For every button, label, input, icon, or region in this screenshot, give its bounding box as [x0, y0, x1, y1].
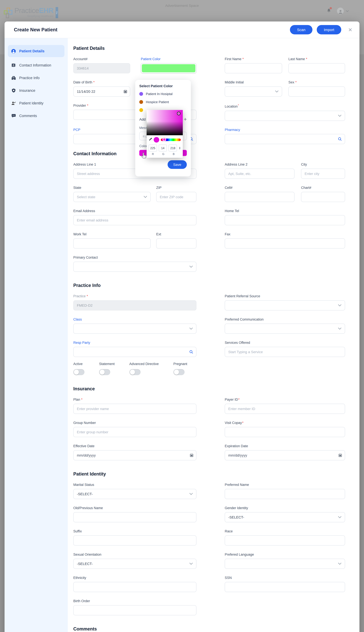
field-primary-contact: Primary Contact [73, 256, 196, 272]
first-name-input[interactable] [225, 63, 282, 73]
resp-party-search-input[interactable] [73, 347, 196, 357]
cell-input[interactable] [225, 192, 294, 202]
create-new-patient-modal: Create New Patient Scan Import ✕ Patient… [4, 22, 360, 632]
pregnant-toggle[interactable] [174, 369, 184, 375]
sidebar-item-contact-information[interactable]: Contact Information [8, 59, 64, 71]
state-select[interactable]: Select state [73, 192, 151, 202]
last-name-input[interactable] [288, 63, 345, 73]
marital-status-select[interactable]: -SELECT- [73, 489, 196, 499]
hue-slider[interactable] [161, 138, 181, 141]
saturation-gradient[interactable] [146, 110, 183, 135]
plus-icon[interactable]: + [184, 116, 187, 122]
preferred-communication-select[interactable] [225, 324, 345, 334]
patient-referral-source-select[interactable] [225, 300, 345, 310]
pharmacy-search-input[interactable] [225, 134, 345, 144]
location-select[interactable] [225, 110, 345, 121]
sidebar-item-practice-info[interactable]: Practice Info [8, 72, 64, 84]
sidebar-item-label: Practice Info [19, 76, 40, 80]
class-select[interactable] [73, 324, 196, 334]
sidebar-item-insurance[interactable]: Insurance [8, 84, 64, 96]
notification-dot [330, 7, 332, 9]
color-option-hospice-patient[interactable]: Hospice Patient [139, 100, 187, 104]
green-label: G [159, 152, 168, 156]
close-icon[interactable]: ✕ [348, 27, 352, 32]
toggle-advanced-directive: Advanced Directive [129, 362, 159, 375]
section-heading-patient-identity: Patient Identity [73, 471, 345, 477]
hue-slider-thumb[interactable] [162, 138, 166, 141]
field-visit-copay: Visit Copay* [225, 421, 345, 437]
effective-date-input[interactable]: mm/dd/yyyy [73, 450, 196, 460]
ssn-input[interactable] [225, 582, 345, 592]
advanced-directive-toggle[interactable] [129, 369, 140, 375]
birth-order-input[interactable] [73, 605, 196, 615]
old-previous-name-input[interactable] [73, 512, 196, 522]
prefered-language-select[interactable] [225, 558, 345, 569]
calendar-icon[interactable] [338, 453, 342, 457]
calendar-icon[interactable] [190, 453, 194, 457]
gender-identity-select[interactable]: -SELECT- [225, 512, 345, 522]
plan-input[interactable] [73, 404, 196, 414]
color-option-patient-in-hospital[interactable]: Patient In Hosiptal [139, 92, 187, 96]
add-color-label: Add [139, 117, 146, 121]
field-last-name: Last Name* [288, 57, 345, 73]
import-button[interactable]: Import [317, 25, 341, 34]
city-input[interactable] [301, 168, 345, 178]
address-line-2-input[interactable] [225, 168, 294, 178]
payer-id-input[interactable] [225, 404, 345, 414]
chevron-down-icon [189, 328, 193, 330]
bell-icon[interactable] [326, 8, 332, 14]
middle-initial-select[interactable] [225, 86, 282, 96]
sidebar-item-comments[interactable]: Comments [8, 110, 64, 122]
sidebar-item-patient-details[interactable]: Patient Details [8, 45, 64, 57]
scan-button[interactable]: Scan [290, 25, 312, 34]
saturation-cursor[interactable] [177, 112, 180, 115]
preferred-name-input[interactable] [225, 489, 345, 499]
calendar-icon[interactable] [123, 90, 128, 94]
date-of-birth-input[interactable]: 11/14/20 22 [73, 86, 130, 96]
chart-input[interactable] [301, 192, 345, 202]
sexual-orientation-select[interactable]: -SELECT- [73, 558, 196, 569]
field-preferred-name: Preferred Name [225, 483, 345, 499]
pro-badge: Pro [56, 7, 58, 18]
chevron-down-icon [189, 562, 193, 565]
avatar[interactable] [337, 8, 344, 14]
race-input[interactable] [225, 535, 345, 546]
work-tel-input[interactable] [73, 238, 151, 248]
field-effective-date: Effective Date mm/dd/yyyy [73, 444, 196, 460]
modal-title: Create New Patient [14, 27, 290, 32]
zip-input[interactable] [156, 192, 196, 202]
group-number-input[interactable] [73, 427, 196, 437]
field-middle-initial: Middle Initial [225, 80, 282, 96]
patient-color-fill [142, 64, 196, 72]
visit-copay-input[interactable] [225, 427, 345, 437]
field-fax: Fax [225, 232, 345, 248]
green-value-input[interactable]: 14 [158, 144, 167, 152]
red-value-input[interactable]: 225 [149, 144, 157, 152]
field-date-of-birth: Date of Birth* 11/14/20 22 [73, 80, 130, 96]
sidebar-item-patient-identity[interactable]: Patient Identity [8, 97, 64, 109]
email-input[interactable] [73, 215, 196, 225]
orange-dot-icon [139, 100, 143, 104]
field-first-name: First Name* [225, 57, 282, 73]
search-icon[interactable] [338, 137, 342, 141]
fax-input[interactable] [225, 238, 345, 248]
sex-input[interactable] [288, 86, 345, 96]
active-toggle[interactable] [73, 369, 84, 375]
suffix-input[interactable] [73, 535, 196, 546]
chevron-down-icon[interactable] [346, 10, 349, 12]
primary-contact-select[interactable] [73, 262, 196, 272]
statement-toggle[interactable] [99, 369, 110, 375]
search-icon[interactable] [189, 350, 194, 354]
blue-value-input[interactable]: 218 [169, 144, 177, 152]
save-button[interactable]: Save [168, 160, 187, 169]
services-offered-input[interactable] [225, 347, 345, 357]
stepper-icon[interactable]: ▲▼ [179, 146, 181, 150]
home-tel-input[interactable] [225, 215, 345, 225]
expiration-date-input[interactable]: mm/dd/yyyy [225, 450, 345, 460]
ethnicity-input[interactable] [73, 582, 196, 592]
eyedropper-icon[interactable] [149, 138, 152, 142]
toggles-row: Active Statement Advanced Directive Preg… [73, 362, 345, 375]
hand-cursor-icon [141, 152, 147, 161]
ext-input[interactable] [156, 238, 196, 248]
patient-color-swatch[interactable] [141, 63, 196, 73]
